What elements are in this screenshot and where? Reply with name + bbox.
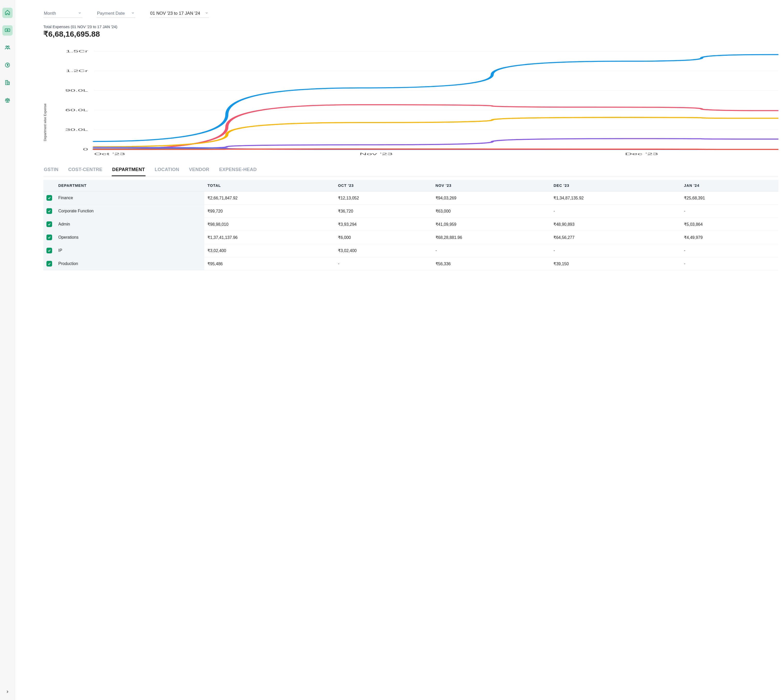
- table-row: Finance₹2,66,71,847.92₹12,13,052₹94,03,2…: [43, 192, 778, 205]
- y-axis-label: Department wise Expense: [43, 49, 47, 157]
- nav-building[interactable]: [2, 78, 13, 88]
- nav-balance[interactable]: [2, 95, 13, 106]
- department-table: DEPARTMENTTOTALOCT '23NOV '23DEC '23JAN …: [43, 180, 778, 270]
- value-cell: ₹3,93,294: [335, 218, 433, 231]
- period-dropdown-label: Month: [44, 11, 56, 16]
- period-dropdown[interactable]: Month: [43, 9, 82, 18]
- summary-label: Total Expenses (01 NOV '23 to 17 JAN '24…: [43, 25, 778, 29]
- value-cell: -: [550, 205, 681, 218]
- value-cell: ₹98,98,010: [204, 218, 335, 231]
- value-cell: ₹3,02,400: [335, 244, 433, 257]
- svg-text:1.2Cr: 1.2Cr: [66, 69, 88, 73]
- value-cell: ₹1,34,87,135.92: [550, 192, 681, 205]
- sidebar: [0, 0, 15, 700]
- chevron-down-icon: [78, 11, 82, 16]
- row-checkbox-cell: [43, 244, 55, 257]
- value-cell: -: [681, 257, 778, 270]
- svg-rect-6: [7, 82, 9, 85]
- filter-bar: Month Payment Date 01 NOV '23 to 17 JAN …: [43, 9, 778, 18]
- row-checkbox-cell: [43, 218, 55, 231]
- svg-text:1.5Cr: 1.5Cr: [66, 50, 88, 53]
- column-header: JAN '24: [681, 180, 778, 192]
- value-cell: -: [550, 244, 681, 257]
- value-cell: ₹41,09,959: [433, 218, 551, 231]
- value-cell: ₹64,56,277: [550, 231, 681, 244]
- table-row: Production₹95,486-₹56,336₹39,150-: [43, 257, 778, 270]
- value-cell: ₹2,66,71,847.92: [204, 192, 335, 205]
- column-header: DEC '23: [550, 180, 681, 192]
- column-header: OCT '23: [335, 180, 433, 192]
- value-cell: ₹56,336: [433, 257, 551, 270]
- department-name-cell: Production: [55, 257, 204, 270]
- cash-icon: [5, 27, 10, 34]
- building-icon: [5, 80, 10, 87]
- table-row: Admin₹98,98,010₹3,93,294₹41,09,959₹48,90…: [43, 218, 778, 231]
- basis-dropdown-label: Payment Date: [97, 11, 125, 16]
- value-cell: ₹99,720: [204, 205, 335, 218]
- nav-cash[interactable]: [2, 25, 13, 36]
- main-content: Month Payment Date 01 NOV '23 to 17 JAN …: [15, 0, 781, 700]
- row-checkbox[interactable]: [47, 195, 52, 201]
- svg-point-3: [7, 46, 9, 47]
- value-cell: ₹1,37,41,137.96: [204, 231, 335, 244]
- value-cell: ₹3,02,400: [204, 244, 335, 257]
- date-range-dropdown[interactable]: 01 NOV '23 to 17 JAN '24: [150, 9, 209, 18]
- svg-text:Nov '23: Nov '23: [360, 152, 393, 156]
- row-checkbox[interactable]: [47, 235, 52, 240]
- value-cell: -: [681, 244, 778, 257]
- tab-location[interactable]: LOCATION: [154, 164, 180, 176]
- tab-vendor[interactable]: VENDOR: [188, 164, 210, 176]
- value-cell: ₹48,90,893: [550, 218, 681, 231]
- table-row: IP₹3,02,400₹3,02,400---: [43, 244, 778, 257]
- tab-department[interactable]: DEPARTMENT: [112, 164, 145, 176]
- value-cell: ₹94,03,269: [433, 192, 551, 205]
- home-icon: [5, 10, 10, 16]
- svg-rect-0: [5, 28, 10, 32]
- date-range-label: 01 NOV '23 to 17 JAN '24: [150, 11, 200, 16]
- nav-home[interactable]: [2, 8, 13, 18]
- row-checkbox[interactable]: [47, 222, 52, 227]
- department-name-cell: Corporate Function: [55, 205, 204, 218]
- nav-rupee[interactable]: [2, 60, 13, 71]
- value-cell: -: [335, 257, 433, 270]
- row-checkbox-cell: [43, 231, 55, 244]
- value-cell: ₹12,13,052: [335, 192, 433, 205]
- row-checkbox[interactable]: [47, 248, 52, 253]
- chevron-down-icon: [205, 11, 208, 16]
- scales-icon: [5, 97, 10, 104]
- table-row: Operations₹1,37,41,137.96₹6,000₹68,28,88…: [43, 231, 778, 244]
- row-checkbox-cell: [43, 205, 55, 218]
- value-cell: ₹25,68,391: [681, 192, 778, 205]
- header-checkbox-col: [43, 180, 55, 192]
- users-icon: [5, 45, 10, 51]
- tab-gstin[interactable]: GSTIN: [43, 164, 59, 176]
- svg-point-2: [6, 46, 7, 47]
- value-cell: ₹39,150: [550, 257, 681, 270]
- svg-point-1: [7, 30, 8, 31]
- row-checkbox[interactable]: [47, 208, 52, 214]
- column-header: TOTAL: [204, 180, 335, 192]
- value-cell: ₹4,49,979: [681, 231, 778, 244]
- svg-text:Dec '23: Dec '23: [625, 152, 658, 156]
- row-checkbox[interactable]: [47, 261, 52, 267]
- basis-dropdown[interactable]: Payment Date: [97, 9, 135, 18]
- table-row: Corporate Function₹99,720₹36,720₹63,000-…: [43, 205, 778, 218]
- svg-text:30.0L: 30.0L: [65, 128, 88, 132]
- svg-text:90.0L: 90.0L: [65, 89, 88, 92]
- tab-cost-centre[interactable]: COST-CENTRE: [68, 164, 103, 176]
- tab-bar: GSTINCOST-CENTREDEPARTMENTLOCATIONVENDOR…: [43, 164, 778, 176]
- rupee-circle-icon: [5, 62, 10, 69]
- value-cell: -: [681, 205, 778, 218]
- expand-sidebar-button[interactable]: [5, 690, 10, 695]
- tab-expense-head[interactable]: EXPENSE-HEAD: [218, 164, 257, 176]
- chart-container: Department wise Expense 030.0L60.0L90.0L…: [43, 49, 778, 157]
- svg-text:0: 0: [83, 148, 88, 151]
- value-cell: -: [433, 244, 551, 257]
- column-header: NOV '23: [433, 180, 551, 192]
- chevron-down-icon: [131, 11, 135, 16]
- summary-value: ₹6,68,16,695.88: [43, 29, 778, 38]
- nav-users[interactable]: [2, 43, 13, 53]
- svg-text:Oct '23: Oct '23: [94, 152, 125, 156]
- svg-text:60.0L: 60.0L: [65, 108, 88, 112]
- row-checkbox-cell: [43, 192, 55, 205]
